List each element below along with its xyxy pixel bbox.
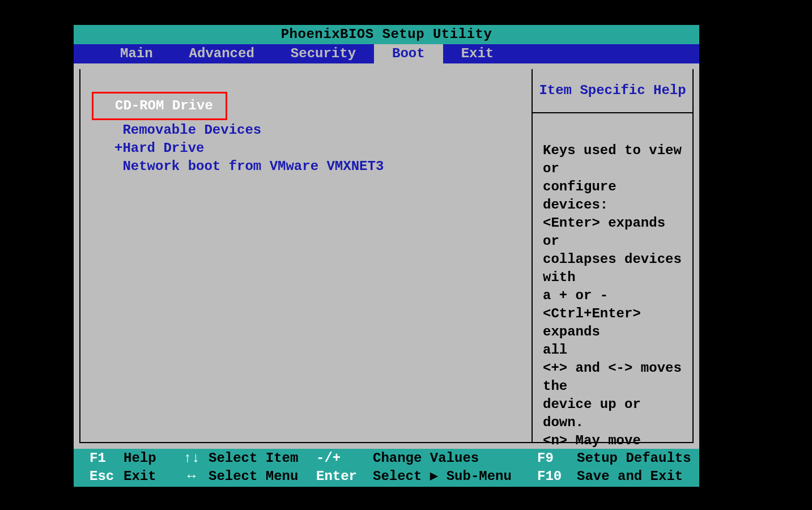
menu-bar[interactable]: Main Advanced Security Boot Exit [74, 44, 699, 63]
boot-item-label: CD-ROM Drive [97, 98, 213, 113]
boot-item-harddrive[interactable]: +Hard Drive [114, 139, 520, 158]
title-bar: PhoenixBIOS Setup Utility [74, 25, 699, 44]
help-title: Item Specific Help [533, 69, 692, 113]
label-exit: Exit [124, 468, 175, 486]
boot-item-network[interactable]: Network boot from VMware VMXNET3 [114, 158, 520, 176]
boot-item-cdrom[interactable]: CD-ROM Drive [92, 92, 227, 120]
label-change-values: Change Values [373, 449, 537, 468]
label-select-submenu: Select ▶ Sub-Menu [373, 468, 537, 486]
app-title: PhoenixBIOS Setup Utility [281, 27, 492, 42]
boot-order-panel: CD-ROM Drive Removable Devices +Hard Dri… [80, 69, 533, 442]
content-area: CD-ROM Drive Removable Devices +Hard Dri… [79, 69, 694, 443]
key-f10: F10 [537, 468, 577, 486]
key-enter: Enter [316, 468, 373, 486]
boot-item-removable[interactable]: Removable Devices [114, 121, 520, 139]
leftright-arrows-icon: ↔ [175, 468, 209, 486]
label-save-exit: Save and Exit [577, 468, 683, 486]
key-plusminus: -/+ [316, 449, 373, 468]
updown-arrows-icon: ↑↓ [175, 449, 209, 468]
key-f1: F1 [74, 449, 124, 468]
label-setup-defaults: Setup Defaults [577, 449, 691, 468]
key-f9: F9 [537, 449, 577, 468]
boot-item-label: Removable Devices [122, 122, 261, 138]
footer-hotkeys: F1 Help ↑↓ Select Item -/+ Change Values… [74, 449, 699, 487]
footer-row-1: F1 Help ↑↓ Select Item -/+ Change Values… [74, 449, 699, 468]
bios-window: PhoenixBIOS Setup Utility Main Advanced … [74, 25, 699, 487]
key-esc: Esc [74, 468, 124, 486]
menu-exit[interactable]: Exit [443, 44, 512, 63]
boot-item-label: Network boot from VMware VMXNET3 [122, 159, 384, 174]
help-panel: Item Specific Help Keys used to view or … [533, 69, 692, 442]
footer-row-2: Esc Exit ↔ Select Menu Enter Select ▶ Su… [74, 468, 699, 486]
label-select-menu: Select Menu [209, 468, 316, 486]
boot-item-label: Hard Drive [122, 141, 204, 156]
menu-main[interactable]: Main [102, 44, 171, 63]
label-help: Help [124, 449, 175, 468]
menu-security[interactable]: Security [273, 44, 374, 63]
menu-advanced[interactable]: Advanced [171, 44, 273, 63]
menu-boot[interactable]: Boot [374, 44, 443, 63]
label-select-item: Select Item [209, 449, 316, 468]
